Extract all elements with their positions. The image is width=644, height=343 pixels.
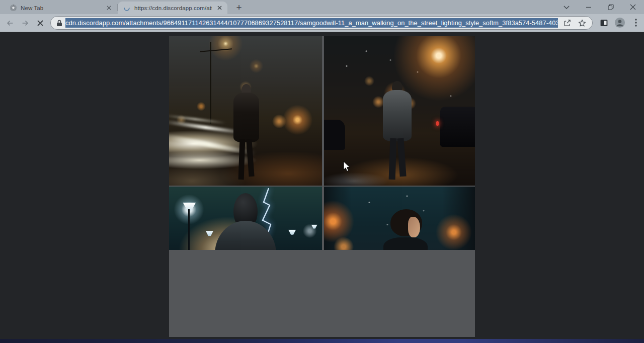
forward-button[interactable] <box>18 16 33 31</box>
car-taillight <box>436 121 439 126</box>
chrome-favicon-icon <box>9 4 17 12</box>
menu-kebab-icon[interactable] <box>630 17 642 29</box>
lamp-post-arm <box>200 48 232 52</box>
mouse-cursor <box>343 161 351 173</box>
tab-title: https://cdn.discordapp.com/atta <box>134 5 212 11</box>
tab-discord-cdn[interactable]: https://cdn.discordapp.com/atta <box>118 2 227 14</box>
side-panel-icon[interactable] <box>598 17 610 29</box>
share-icon[interactable] <box>561 17 573 29</box>
hooded-man-bust <box>215 193 276 250</box>
browser-toolbar: cdn.discordapp.com/attachments/966491171… <box>0 14 644 32</box>
attachment-image[interactable] <box>169 36 475 337</box>
close-window-button[interactable] <box>622 0 644 14</box>
generated-image-bottom-left <box>169 187 322 250</box>
url-bar[interactable]: cdn.discordapp.com/attachments/966491171… <box>50 16 593 30</box>
street-lamp-pole <box>188 209 190 250</box>
tab-strip: New Tab https://cdn.discordapp.com/atta … <box>0 0 644 14</box>
minimize-button[interactable] <box>578 0 600 14</box>
profile-avatar[interactable] <box>614 17 626 29</box>
back-button[interactable] <box>3 16 18 31</box>
loading-spinner-icon <box>123 4 131 12</box>
walking-man-silhouette <box>233 84 260 180</box>
walking-man-silhouette <box>383 81 412 180</box>
small-lamp <box>288 230 296 235</box>
man-profile-head <box>390 209 422 250</box>
lock-icon[interactable] <box>56 20 62 27</box>
window-controls <box>555 0 644 14</box>
lamp-post <box>210 42 211 124</box>
tab-new-tab[interactable]: New Tab <box>4 2 117 14</box>
tab-title: New Tab <box>21 5 101 11</box>
parked-car-right <box>440 107 475 147</box>
new-tab-button[interactable]: + <box>232 2 246 14</box>
bookmark-star-icon[interactable] <box>576 17 588 29</box>
small-lamp <box>206 231 213 236</box>
url-input-selected-text[interactable]: cdn.discordapp.com/attachments/966491171… <box>65 18 558 28</box>
tab-close-icon[interactable] <box>105 4 113 12</box>
page-content <box>0 32 644 343</box>
chevron-down-icon[interactable] <box>555 0 578 14</box>
parked-car-left <box>324 120 345 149</box>
small-lamp <box>311 225 317 229</box>
generated-image-bottom-right <box>324 187 475 250</box>
bottom-navy-bar <box>0 339 644 343</box>
generated-image-top-left <box>169 36 322 186</box>
restore-button[interactable] <box>600 0 622 14</box>
stop-loading-button[interactable] <box>33 16 48 31</box>
tab-close-icon[interactable] <box>215 4 223 12</box>
